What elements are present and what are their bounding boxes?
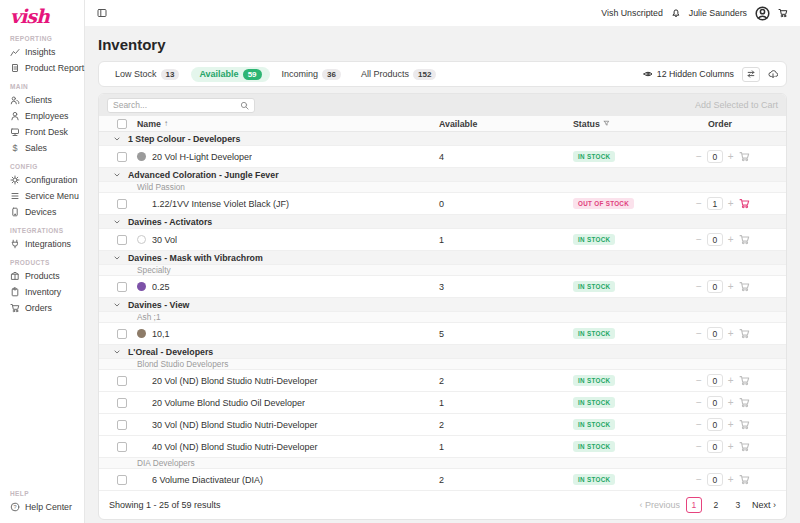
increment-button[interactable]: + bbox=[728, 329, 734, 339]
increment-button[interactable]: + bbox=[728, 376, 734, 386]
sidebar-item-configuration[interactable]: Configuration bbox=[0, 172, 84, 188]
sidebar-item-insights[interactable]: Insights bbox=[0, 44, 84, 60]
page-button-1[interactable]: 1 bbox=[686, 497, 702, 513]
hidden-columns-toggle[interactable]: 12 Hidden Columns bbox=[643, 69, 734, 79]
chevron-down-icon[interactable] bbox=[113, 171, 121, 179]
increment-button[interactable]: + bbox=[728, 398, 734, 408]
decrement-button[interactable]: − bbox=[696, 199, 702, 209]
order-quantity[interactable]: 0 bbox=[707, 374, 723, 387]
order-quantity[interactable]: 1 bbox=[707, 197, 723, 210]
sidebar-item-clients[interactable]: Clients bbox=[0, 92, 84, 108]
order-quantity[interactable]: 0 bbox=[707, 440, 723, 453]
sidebar-item-employees[interactable]: Employees bbox=[0, 108, 84, 124]
sidebar-item-product-report[interactable]: Product Report bbox=[0, 60, 84, 76]
sidebar-item-products[interactable]: Products bbox=[0, 268, 84, 284]
column-header-name[interactable]: Name bbox=[137, 119, 161, 129]
add-to-cart-icon[interactable] bbox=[739, 151, 750, 162]
order-quantity[interactable]: 0 bbox=[707, 280, 723, 293]
decrement-button[interactable]: − bbox=[696, 420, 702, 430]
next-page-button[interactable]: Next › bbox=[752, 500, 776, 510]
chevron-down-icon[interactable] bbox=[113, 218, 121, 226]
row-checkbox[interactable] bbox=[117, 376, 127, 386]
row-checkbox[interactable] bbox=[117, 442, 127, 452]
cart-icon[interactable] bbox=[778, 8, 788, 18]
sidebar-item-front-desk[interactable]: Front Desk bbox=[0, 124, 84, 140]
bell-icon[interactable] bbox=[671, 8, 681, 18]
filter-tab-available[interactable]: Available59 bbox=[191, 67, 269, 82]
group-row[interactable]: Davines - Mask with Vibrachrom bbox=[99, 251, 786, 265]
row-checkbox[interactable] bbox=[117, 475, 127, 485]
increment-button[interactable]: + bbox=[728, 475, 734, 485]
add-to-cart-icon[interactable] bbox=[739, 234, 750, 245]
row-checkbox[interactable] bbox=[117, 152, 127, 162]
swap-columns-icon[interactable] bbox=[742, 67, 760, 82]
decrement-button[interactable]: − bbox=[696, 282, 702, 292]
group-row[interactable]: Davines - View bbox=[99, 298, 786, 312]
sidebar-item-inventory[interactable]: Inventory bbox=[0, 284, 84, 300]
group-row[interactable]: 1 Step Colour - Developers bbox=[99, 132, 786, 146]
column-header-available[interactable]: Available bbox=[426, 119, 561, 129]
org-name[interactable]: Vish Unscripted bbox=[601, 8, 662, 18]
decrement-button[interactable]: − bbox=[696, 376, 702, 386]
add-to-cart-icon[interactable] bbox=[739, 375, 750, 386]
sidebar-item-service-menu[interactable]: Service Menu bbox=[0, 188, 84, 204]
decrement-button[interactable]: − bbox=[696, 442, 702, 452]
sidebar-item-integrations[interactable]: Integrations bbox=[0, 236, 84, 252]
decrement-button[interactable]: − bbox=[696, 475, 702, 485]
sidebar-item-sales[interactable]: $Sales bbox=[0, 140, 84, 156]
row-checkbox[interactable] bbox=[117, 282, 127, 292]
increment-button[interactable]: + bbox=[728, 199, 734, 209]
filter-tab-incoming[interactable]: Incoming36 bbox=[274, 67, 349, 82]
order-quantity[interactable]: 0 bbox=[707, 473, 723, 486]
increment-button[interactable]: + bbox=[728, 282, 734, 292]
order-quantity[interactable]: 0 bbox=[707, 233, 723, 246]
order-quantity[interactable]: 0 bbox=[707, 396, 723, 409]
download-icon[interactable] bbox=[768, 69, 778, 79]
chevron-down-icon[interactable] bbox=[113, 254, 121, 262]
add-selected-to-cart-button[interactable]: Add Selected to Cart bbox=[695, 100, 778, 110]
add-to-cart-icon[interactable] bbox=[739, 441, 750, 452]
add-to-cart-icon[interactable] bbox=[739, 474, 750, 485]
column-header-status[interactable]: Status bbox=[573, 119, 600, 129]
increment-button[interactable]: + bbox=[728, 420, 734, 430]
chevron-down-icon[interactable] bbox=[113, 348, 121, 356]
filter-tab-all-products[interactable]: All Products152 bbox=[353, 67, 444, 82]
group-row[interactable]: L'Oreal - Developers bbox=[99, 345, 786, 359]
select-all-checkbox[interactable] bbox=[117, 119, 127, 129]
add-to-cart-icon[interactable] bbox=[739, 328, 750, 339]
group-row[interactable]: Advanced Coloration - Jungle Fever bbox=[99, 168, 786, 182]
row-checkbox[interactable] bbox=[117, 420, 127, 430]
decrement-button[interactable]: − bbox=[696, 152, 702, 162]
decrement-button[interactable]: − bbox=[696, 235, 702, 245]
sidebar-item-help-center[interactable]: ? Help Center bbox=[0, 499, 84, 515]
sidebar-item-devices[interactable]: Devices bbox=[0, 204, 84, 220]
vish-logo[interactable]: vish bbox=[0, 0, 84, 28]
page-button-3[interactable]: 3 bbox=[730, 497, 746, 513]
row-checkbox[interactable] bbox=[117, 235, 127, 245]
sort-asc-icon[interactable]: ↑ bbox=[164, 119, 168, 128]
increment-button[interactable]: + bbox=[728, 235, 734, 245]
chevron-down-icon[interactable] bbox=[113, 135, 121, 143]
page-button-2[interactable]: 2 bbox=[708, 497, 724, 513]
filter-tab-low-stock[interactable]: Low Stock13 bbox=[107, 67, 187, 82]
add-to-cart-icon[interactable] bbox=[739, 198, 750, 209]
order-quantity[interactable]: 0 bbox=[707, 150, 723, 163]
sidebar-item-orders[interactable]: Orders bbox=[0, 300, 84, 316]
search-input[interactable] bbox=[113, 100, 236, 110]
user-name[interactable]: Julie Saunders bbox=[689, 8, 747, 18]
sidebar-toggle-icon[interactable] bbox=[97, 8, 107, 18]
decrement-button[interactable]: − bbox=[696, 329, 702, 339]
increment-button[interactable]: + bbox=[728, 152, 734, 162]
add-to-cart-icon[interactable] bbox=[739, 419, 750, 430]
row-checkbox[interactable] bbox=[117, 199, 127, 209]
search-box[interactable] bbox=[107, 98, 255, 113]
group-row[interactable]: Davines - Activators bbox=[99, 215, 786, 229]
filter-icon[interactable] bbox=[603, 120, 610, 127]
add-to-cart-icon[interactable] bbox=[739, 397, 750, 408]
add-to-cart-icon[interactable] bbox=[739, 281, 750, 292]
row-checkbox[interactable] bbox=[117, 329, 127, 339]
chevron-down-icon[interactable] bbox=[113, 301, 121, 309]
increment-button[interactable]: + bbox=[728, 442, 734, 452]
prev-page-button[interactable]: ‹ Previous bbox=[639, 500, 680, 510]
avatar-icon[interactable] bbox=[755, 6, 770, 21]
